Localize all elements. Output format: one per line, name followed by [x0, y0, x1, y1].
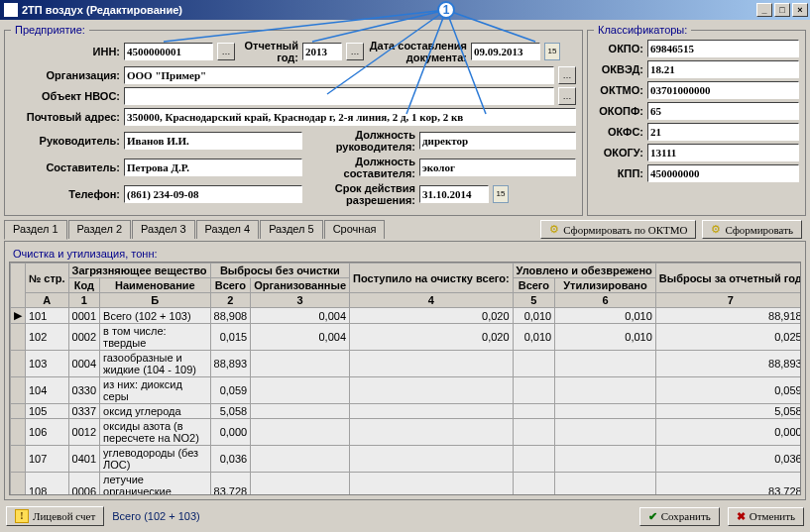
table-cell[interactable]: 0,010 [555, 308, 656, 324]
table-cell[interactable]: 105 [26, 404, 69, 419]
table-cell[interactable] [555, 473, 656, 496]
kpp-field[interactable] [647, 164, 799, 182]
generate-button[interactable]: ⚙Сформировать [702, 220, 802, 239]
table-cell[interactable]: 103 [26, 351, 69, 377]
table-cell[interactable]: из них: диоксид серы [100, 377, 210, 404]
table-cell[interactable]: 0330 [68, 377, 99, 404]
table-cell[interactable] [11, 404, 26, 419]
table-cell[interactable] [11, 377, 26, 404]
table-cell[interactable] [350, 473, 514, 496]
head-pos-field[interactable] [419, 132, 576, 150]
author-field[interactable] [124, 159, 302, 176]
table-row[interactable]: 1050337оксид углерода5,0585,058 [11, 404, 802, 419]
table-cell[interactable]: 0002 [68, 324, 99, 351]
table-cell[interactable]: 0,000 [210, 419, 251, 446]
table-row[interactable]: 1080006летучие органические соединения (… [11, 473, 802, 496]
nvos-field[interactable] [124, 87, 554, 105]
table-cell[interactable]: 5,058 [210, 404, 251, 419]
table-cell[interactable]: 88,893 [210, 351, 251, 377]
table-cell[interactable]: 107 [26, 446, 69, 473]
table-cell[interactable]: 0,036 [210, 446, 251, 473]
okved-field[interactable] [647, 60, 799, 78]
doc-date-field[interactable] [471, 43, 540, 60]
table-cell[interactable] [11, 324, 26, 351]
table-row[interactable]: ▶1010001Всего (102 + 103)88,9080,0040,02… [11, 308, 802, 324]
table-cell[interactable] [350, 351, 514, 377]
table-cell[interactable]: газообразные и жидкие (104 - 109) [100, 351, 210, 377]
table-cell[interactable]: в том числе: твердые [100, 324, 210, 351]
table-cell[interactable] [11, 419, 26, 446]
phone-field[interactable] [124, 185, 302, 203]
doc-date-calendar-icon[interactable]: 15 [544, 43, 560, 60]
table-cell[interactable]: оксид углерода [100, 404, 210, 419]
okopf-field[interactable] [647, 102, 799, 120]
table-cell[interactable] [555, 419, 656, 446]
table-cell[interactable] [513, 446, 555, 473]
table-cell[interactable] [513, 473, 555, 496]
table-cell[interactable] [251, 419, 350, 446]
table-cell[interactable]: 88,893 [655, 351, 801, 377]
table-cell[interactable] [555, 404, 656, 419]
head-field[interactable] [124, 132, 302, 150]
table-cell[interactable] [251, 377, 350, 404]
table-cell[interactable]: 0004 [68, 351, 99, 377]
table-cell[interactable] [251, 473, 350, 496]
table-cell[interactable]: 104 [26, 377, 69, 404]
table-row[interactable]: 1040330из них: диоксид серы0,0590,059 [11, 377, 802, 404]
table-cell[interactable] [251, 351, 350, 377]
close-button[interactable]: × [792, 3, 808, 17]
table-cell[interactable]: 0,020 [350, 308, 514, 324]
table-cell[interactable]: 0,059 [210, 377, 251, 404]
table-cell[interactable] [350, 446, 514, 473]
table-cell[interactable] [11, 446, 26, 473]
table-cell[interactable]: 88,908 [210, 308, 251, 324]
tab-section-1[interactable]: Раздел 1 [4, 220, 67, 240]
tab-section-2[interactable]: Раздел 2 [68, 220, 132, 239]
table-cell[interactable]: 0,036 [655, 446, 801, 473]
table-cell[interactable] [555, 351, 656, 377]
table-cell[interactable]: 0401 [68, 446, 99, 473]
table-row[interactable]: 1060012оксиды азота (в пересчете на NO2)… [11, 419, 802, 446]
addr-field[interactable] [124, 108, 576, 126]
tab-section-5[interactable]: Раздел 5 [260, 220, 323, 239]
table-cell[interactable] [251, 404, 350, 419]
table-cell[interactable]: 101 [26, 308, 69, 324]
table-cell[interactable] [350, 377, 514, 404]
okpo-field[interactable] [647, 40, 799, 57]
table-cell[interactable]: 0012 [68, 419, 99, 446]
table-cell[interactable] [513, 419, 555, 446]
table-cell[interactable]: 0006 [68, 473, 99, 496]
table-cell[interactable] [513, 351, 555, 377]
table-cell[interactable] [555, 377, 656, 404]
table-cell[interactable]: 0337 [68, 404, 99, 419]
org-lookup-button[interactable]: … [558, 66, 576, 84]
tab-section-3[interactable]: Раздел 3 [132, 220, 195, 239]
table-cell[interactable] [251, 446, 350, 473]
table-cell[interactable]: 0,000 [655, 419, 801, 446]
inn-field[interactable] [124, 43, 213, 60]
author-pos-field[interactable] [419, 159, 576, 176]
table-cell[interactable]: 108 [26, 473, 69, 496]
table-cell[interactable]: 102 [26, 324, 69, 351]
table-cell[interactable]: летучие органические соединения (ЛОС) [100, 473, 210, 496]
maximize-button[interactable]: □ [774, 3, 790, 17]
table-cell[interactable]: 0001 [68, 308, 99, 324]
table-cell[interactable]: 0,010 [555, 324, 656, 351]
table-cell[interactable] [555, 446, 656, 473]
nvos-lookup-button[interactable]: … [558, 87, 576, 105]
table-cell[interactable]: 83,728 [210, 473, 251, 496]
table-cell[interactable]: 0,010 [513, 324, 555, 351]
table-cell[interactable] [513, 377, 555, 404]
year-field[interactable] [302, 43, 342, 60]
table-cell[interactable]: ▶ [11, 308, 26, 324]
tab-urgent[interactable]: Срочная [324, 220, 386, 239]
table-cell[interactable]: 0,004 [251, 324, 350, 351]
table-cell[interactable] [350, 419, 514, 446]
org-field[interactable] [124, 66, 554, 84]
table-cell[interactable]: 0,059 [655, 377, 801, 404]
table-cell[interactable]: 0,020 [350, 324, 514, 351]
table-cell[interactable]: 106 [26, 419, 69, 446]
okogu-field[interactable] [647, 144, 799, 161]
table-row[interactable]: 1030004газообразные и жидкие (104 - 109)… [11, 351, 802, 377]
table-cell[interactable]: 88,918 [655, 308, 801, 324]
